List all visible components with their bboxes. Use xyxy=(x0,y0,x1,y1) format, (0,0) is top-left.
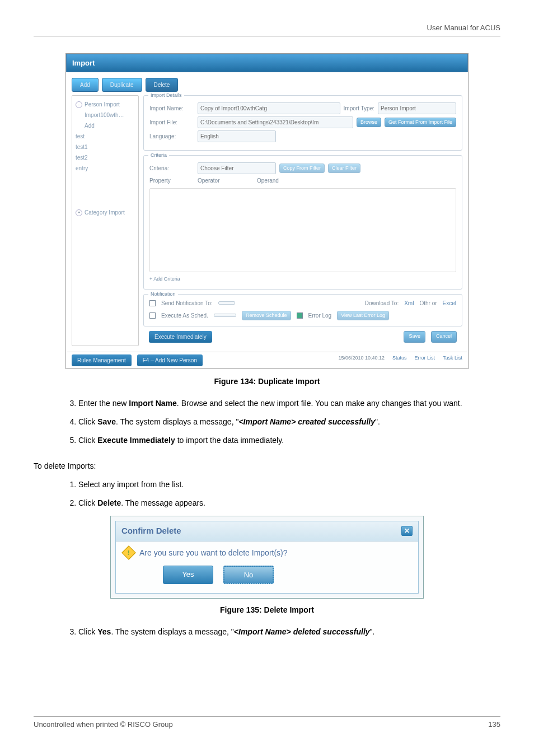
figure-caption: Figure 135: Delete Import xyxy=(34,604,500,616)
sched-field[interactable] xyxy=(214,314,236,317)
warning-icon: ! xyxy=(121,545,135,559)
label-exec-sched: Execute As Sched. xyxy=(161,311,208,320)
steps-list: Select any import from the list. Click D… xyxy=(78,479,484,509)
error-log-checkbox[interactable] xyxy=(297,312,303,319)
steps-list: Enter the new Import Name. Browse and se… xyxy=(78,398,484,446)
label-download-to: Download To: xyxy=(365,299,399,307)
page-footer: Uncontrolled when printed © RISCO Group … xyxy=(34,716,500,730)
download-xml-link[interactable]: Xml xyxy=(404,299,414,307)
footer-left: Uncontrolled when printed © RISCO Group xyxy=(34,719,173,730)
tree-item[interactable]: test xyxy=(76,131,135,142)
rules-management-button[interactable]: Rules Management xyxy=(72,354,132,366)
step-3: Click Yes. The system displays a message… xyxy=(78,626,484,638)
figure-134-import-window: Import Add Duplicate Delete -Person Impo… xyxy=(65,53,469,370)
close-icon[interactable]: ✕ xyxy=(401,526,413,536)
step-5: Click Execute Immediately to import the … xyxy=(78,435,484,446)
expand-icon[interactable]: + xyxy=(76,209,82,216)
criteria-list xyxy=(149,188,456,272)
status-label: Status xyxy=(392,354,407,366)
step-3: Enter the new Import Name. Browse and se… xyxy=(78,398,484,409)
tree-item[interactable]: Add xyxy=(76,120,135,131)
execute-immediately-button[interactable]: Execute Immediately xyxy=(149,331,212,343)
step-2: Click Delete. The message appears. xyxy=(78,497,484,509)
page-number: 135 xyxy=(488,719,500,730)
section-delete-imports: To delete Imports: xyxy=(34,460,500,472)
label-criteria: Criteria: xyxy=(149,164,194,172)
import-type-select[interactable]: Person Import xyxy=(378,102,456,114)
import-file-field[interactable]: C:\Documents and Settings\243321\Desktop… xyxy=(198,116,353,128)
add-new-person-button[interactable]: F4 – Add New Person xyxy=(137,354,203,366)
send-notification-checkbox[interactable] xyxy=(149,300,156,306)
label-send-notification: Send Notification To: xyxy=(161,299,213,307)
cancel-button[interactable]: Cancel xyxy=(431,331,457,343)
browse-button[interactable]: Browse xyxy=(357,118,381,128)
remove-schedule-button[interactable]: Remove Schedule xyxy=(242,311,291,321)
filter-select[interactable]: Choose Filter xyxy=(198,162,276,174)
group-title: Import Details xyxy=(148,92,184,100)
view-error-log-button[interactable]: View Last Error Log xyxy=(337,311,389,321)
exec-sched-checkbox[interactable] xyxy=(149,312,156,319)
label-error-log: Error Log xyxy=(308,311,332,320)
task-list-link[interactable]: Task List xyxy=(443,354,462,366)
figure-caption: Figure 134: Duplicate Import xyxy=(34,376,500,388)
status-bar: Rules Management F4 – Add New Person 15/… xyxy=(66,352,468,368)
tab-duplicate[interactable]: Duplicate xyxy=(102,78,142,92)
window-title: Import xyxy=(66,54,468,73)
group-title: Notification xyxy=(148,291,178,298)
label-import-name: Import Name: xyxy=(149,104,194,113)
page-header: User Manual for ACUS xyxy=(34,22,500,36)
group-title: Criteria xyxy=(148,152,169,160)
figure-135-confirm-delete: Confirm Delete ✕ ! Are you sure you want… xyxy=(110,516,424,599)
yes-button[interactable]: Yes xyxy=(163,566,213,585)
group-import-details: Import Details Import Name: Copy of Impo… xyxy=(143,95,462,151)
import-name-field[interactable]: Copy of Import100wthCatg xyxy=(198,102,340,114)
group-criteria: Criteria Criteria: Choose Filter Copy Fr… xyxy=(143,155,462,290)
col-property: Property xyxy=(149,176,194,185)
tab-add[interactable]: Add xyxy=(72,78,99,92)
col-operand: Operand xyxy=(257,176,279,185)
col-operator: Operator xyxy=(198,176,254,185)
tree-item[interactable]: Import100wth… xyxy=(76,110,135,120)
label-language: Language: xyxy=(149,132,194,141)
dialog-title: Confirm Delete xyxy=(121,525,181,538)
tree-item[interactable]: Category Import xyxy=(85,208,125,217)
label-or: Othr or xyxy=(419,299,437,307)
copy-from-filter-button[interactable]: Copy From Filter xyxy=(279,164,325,174)
collapse-icon[interactable]: - xyxy=(76,101,82,108)
download-excel-link[interactable]: Excel xyxy=(443,299,456,307)
step-1: Select any import from the list. xyxy=(78,479,484,491)
clear-filter-button[interactable]: Clear Filter xyxy=(328,164,360,174)
tree-item[interactable]: Person Import xyxy=(85,100,120,109)
status-datetime: 15/06/2010 10:40:12 xyxy=(338,354,385,366)
save-button[interactable]: Save xyxy=(404,331,425,343)
group-notification: Notification Send Notification To: Downl… xyxy=(143,294,462,327)
steps-list: Click Yes. The system displays a message… xyxy=(78,626,484,638)
tree-item[interactable]: test2 xyxy=(76,152,135,163)
dialog-message: Are you sure you want to delete Import(s… xyxy=(139,547,288,559)
language-select[interactable]: English xyxy=(198,130,276,142)
import-tree[interactable]: -Person Import Import100wth… Add test te… xyxy=(72,95,139,346)
add-criteria-link[interactable]: + Add Criteria xyxy=(149,272,456,283)
tree-item[interactable]: test1 xyxy=(76,142,135,152)
step-4: Click Save. The system displays a messag… xyxy=(78,416,484,428)
notification-to-field[interactable] xyxy=(218,301,235,305)
tree-item[interactable]: entry xyxy=(76,163,135,174)
get-format-button[interactable]: Get Format From Import File xyxy=(385,118,456,128)
no-button[interactable]: No xyxy=(223,566,274,585)
error-list-link[interactable]: Error List xyxy=(414,354,435,366)
label-import-file: Import File: xyxy=(149,118,194,127)
label-import-type: Import Type: xyxy=(344,104,374,113)
tab-delete[interactable]: Delete xyxy=(146,78,179,92)
